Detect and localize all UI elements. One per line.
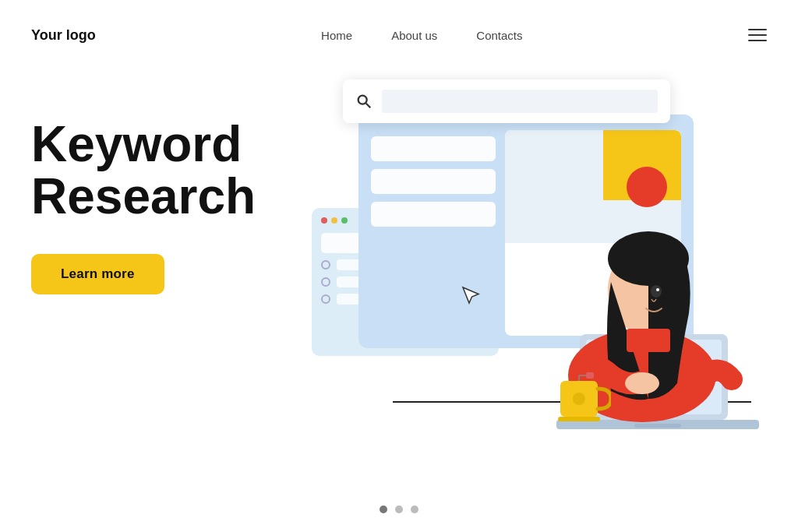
page-dot-3[interactable] xyxy=(411,506,418,513)
minimize-dot xyxy=(331,217,337,224)
learn-more-button[interactable]: Learn more xyxy=(31,254,164,294)
svg-point-8 xyxy=(625,372,659,394)
maximize-dot xyxy=(341,217,348,224)
search-icon xyxy=(355,93,373,110)
hero-headline: Keyword Research xyxy=(31,118,281,223)
search-bar-illustration xyxy=(343,79,670,123)
hamburger-menu[interactable] xyxy=(748,29,767,41)
svg-point-13 xyxy=(573,393,585,405)
radio-mock-2 xyxy=(321,277,330,287)
result-bar-1 xyxy=(371,136,496,161)
nav-home[interactable]: Home xyxy=(321,29,352,42)
result-bar-2 xyxy=(371,169,496,194)
site-logo: Your logo xyxy=(31,27,96,44)
pagination-dots xyxy=(380,506,418,513)
main-nav: Home About us Contacts xyxy=(321,29,522,42)
svg-point-0 xyxy=(358,96,367,104)
page-dot-2[interactable] xyxy=(395,506,403,513)
hero-illustration xyxy=(281,72,767,446)
svg-rect-12 xyxy=(586,372,594,379)
svg-line-1 xyxy=(366,104,371,108)
close-dot xyxy=(321,217,327,224)
svg-rect-14 xyxy=(558,417,600,421)
site-header: Your logo Home About us Contacts xyxy=(0,0,798,56)
hero-left: Keyword Research Learn more xyxy=(31,79,281,294)
result-bar-3 xyxy=(371,202,496,227)
cursor-icon xyxy=(460,284,482,309)
radio-mock-3 xyxy=(321,294,330,304)
search-input-mock xyxy=(382,90,658,113)
svg-point-5 xyxy=(651,285,662,298)
svg-rect-7 xyxy=(627,329,670,352)
nav-about[interactable]: About us xyxy=(391,29,437,42)
page-dot-1[interactable] xyxy=(380,506,387,513)
radio-mock-1 xyxy=(321,260,330,270)
svg-point-6 xyxy=(656,288,659,291)
svg-point-4 xyxy=(608,231,689,286)
mug-illustration xyxy=(556,369,611,432)
main-content: Keyword Research Learn more xyxy=(0,56,798,493)
nav-contacts[interactable]: Contacts xyxy=(476,29,522,42)
